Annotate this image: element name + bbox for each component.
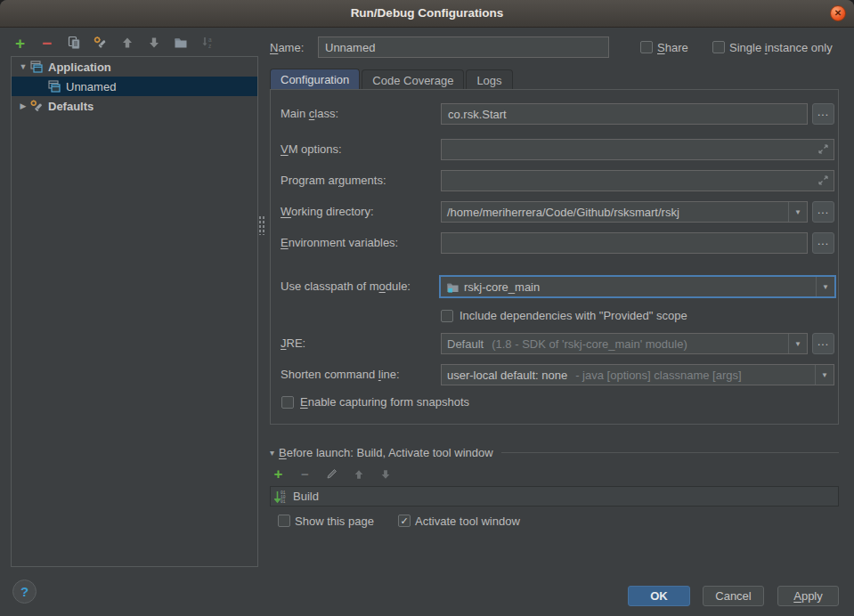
environment-variables-input[interactable]	[441, 232, 808, 254]
vm-options-input[interactable]	[441, 139, 834, 160]
tree-item-defaults[interactable]: ▶ Defaults	[12, 96, 257, 116]
tree-item-label: Unnamed	[66, 80, 116, 93]
arrow-down-icon	[380, 469, 391, 480]
add-task-button[interactable]: +	[272, 467, 285, 481]
dropdown-button[interactable]: ▼	[816, 277, 834, 296]
cancel-button[interactable]: Cancel	[703, 586, 764, 606]
include-provided-label: Include dependencies with "Provided" sco…	[460, 309, 687, 322]
working-directory-browse-button[interactable]: ...	[812, 201, 834, 223]
move-task-up-button[interactable]	[352, 467, 365, 481]
expand-arrow-icon[interactable]: ▼	[17, 62, 29, 71]
edit-defaults-button[interactable]	[93, 36, 108, 51]
task-label: Build	[293, 490, 319, 503]
name-label: Name:	[270, 41, 304, 54]
defaults-wrench-icon	[29, 99, 44, 113]
working-directory-value: /home/meriherrera/Code/Github/rsksmart/r…	[447, 206, 679, 219]
jre-value-detail: (1.8 - SDK of 'rskj-core_main' module)	[492, 337, 687, 351]
tree-item-unnamed[interactable]: Unnamed	[12, 77, 257, 96]
include-provided-checkbox[interactable]	[441, 310, 453, 322]
program-arguments-input[interactable]	[441, 170, 834, 191]
shorten-command-line-label: Shorten command line:	[281, 368, 400, 381]
configuration-tab-panel: Main class: ... VM options: Program argu…	[270, 89, 839, 425]
enable-capturing-row: Enable capturing form snapshots	[281, 395, 469, 409]
close-button[interactable]: ✕	[830, 5, 846, 21]
chevron-down-icon: ▼	[821, 371, 828, 379]
shorten-command-line-value: user-local default: none	[447, 369, 567, 382]
working-directory-combo[interactable]: /home/meriherrera/Code/Github/rsksmart/r…	[441, 201, 808, 223]
configurations-tree: ▼ Application Unnamed ▶ Defaults	[11, 56, 258, 567]
share-label: Share	[657, 41, 688, 54]
show-this-page-label: Show this page	[295, 515, 374, 528]
ellipsis-icon: ...	[817, 235, 829, 247]
tab-code-coverage[interactable]: Code Coverage	[362, 69, 464, 90]
single-instance-label: Single instance only	[729, 41, 833, 54]
remove-icon: −	[301, 467, 309, 481]
before-launch-task-build[interactable]: 011001 Build	[270, 486, 839, 507]
chevron-down-icon: ▼	[794, 208, 801, 216]
build-icon: 011001	[274, 490, 289, 504]
expand-field-icon[interactable]	[817, 143, 829, 155]
apply-button[interactable]: Apply	[777, 586, 839, 606]
collapse-arrow-icon[interactable]: ▶	[17, 101, 29, 110]
move-up-button[interactable]	[119, 36, 134, 51]
ellipsis-icon: ...	[817, 204, 829, 216]
dropdown-button[interactable]: ▼	[788, 334, 807, 353]
close-icon: ✕	[834, 9, 842, 18]
main-class-browse-button[interactable]: ...	[812, 103, 834, 125]
application-icon	[47, 79, 61, 93]
copy-icon	[67, 36, 81, 50]
create-folder-button[interactable]	[173, 36, 188, 51]
section-collapse-icon[interactable]: ▾	[270, 448, 274, 458]
jre-browse-button[interactable]: ...	[812, 333, 834, 354]
tree-item-application[interactable]: ▼ Application	[12, 57, 257, 77]
use-classpath-combo[interactable]: rskj-core_main ▼	[439, 275, 836, 298]
move-task-down-button[interactable]	[378, 467, 392, 481]
working-directory-label: Working directory:	[281, 205, 374, 218]
tab-logs[interactable]: Logs	[466, 69, 512, 90]
environment-variables-browse-button[interactable]: ...	[812, 232, 834, 254]
help-icon: ?	[20, 584, 28, 599]
remove-task-button[interactable]: −	[298, 467, 312, 481]
panel-splitter-handle[interactable]	[258, 215, 264, 235]
before-launch-header[interactable]: ▾ Before launch: Build, Activate tool wi…	[270, 446, 839, 459]
remove-configuration-button[interactable]: −	[39, 36, 54, 51]
activate-tool-window-label: Activate tool window	[415, 515, 520, 528]
use-classpath-value: rskj-core_main	[464, 280, 540, 294]
name-input[interactable]	[318, 36, 609, 58]
show-this-page-checkbox[interactable]	[278, 515, 290, 527]
include-provided-row: Include dependencies with "Provided" sco…	[441, 309, 687, 322]
dropdown-button[interactable]: ▼	[788, 202, 807, 222]
main-class-label: Main class:	[281, 107, 338, 120]
arrow-up-icon	[121, 36, 134, 49]
copy-configuration-button[interactable]	[66, 36, 81, 51]
tree-item-label: Defaults	[48, 100, 94, 113]
move-down-button[interactable]	[146, 36, 161, 51]
configurations-toolbar: + − az	[12, 33, 215, 53]
help-button[interactable]: ?	[12, 580, 37, 604]
share-checkbox[interactable]	[640, 41, 653, 53]
jre-value: Default	[447, 337, 484, 351]
tab-configuration[interactable]: Configuration	[270, 69, 360, 90]
add-configuration-button[interactable]: +	[12, 36, 28, 51]
sort-configurations-button[interactable]: az	[199, 36, 215, 51]
svg-text:a: a	[208, 36, 212, 43]
ok-button[interactable]: OK	[628, 586, 690, 606]
edit-task-button[interactable]	[325, 467, 338, 481]
before-launch-toolbar: + −	[272, 467, 392, 481]
main-class-input[interactable]	[441, 103, 808, 125]
chevron-down-icon: ▼	[822, 283, 829, 291]
ellipsis-icon: ...	[817, 336, 829, 348]
chevron-down-icon: ▼	[794, 340, 801, 348]
jre-combo[interactable]: Default(1.8 - SDK of 'rskj-core_main' mo…	[441, 333, 808, 354]
wrench-gear-icon	[93, 35, 108, 51]
title-bar: Run/Debug Configurations ✕	[0, 0, 854, 28]
enable-capturing-checkbox[interactable]	[281, 396, 294, 409]
single-instance-checkbox[interactable]	[712, 41, 725, 53]
dropdown-button[interactable]: ▼	[815, 365, 834, 385]
shorten-command-line-combo[interactable]: user-local default: none- java [options]…	[441, 364, 834, 385]
program-arguments-label: Program arguments:	[281, 174, 386, 187]
activate-tool-window-checkbox[interactable]: ✓	[398, 515, 411, 527]
expand-field-icon[interactable]	[817, 174, 829, 186]
settings-tab-bar: Configuration Code Coverage Logs	[270, 69, 515, 90]
remove-icon: −	[42, 35, 52, 52]
